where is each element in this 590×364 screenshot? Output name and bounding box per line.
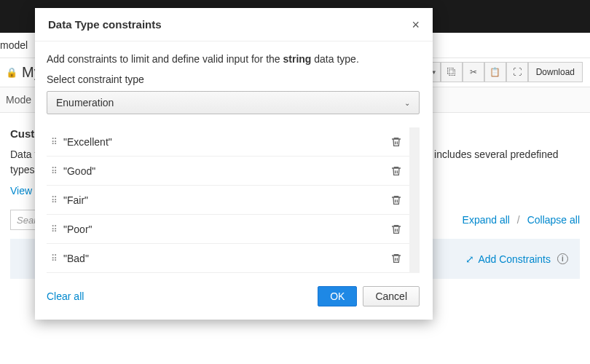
enum-item-label[interactable]: "Fair" [63,194,383,206]
clear-all-link[interactable]: Clear all [47,290,84,302]
modal-intro: Add constraints to limit and define vali… [47,53,420,65]
drag-handle-icon[interactable]: ⠿ [51,195,56,205]
drag-handle-icon[interactable]: ⠿ [51,253,56,264]
modal-buttons: OK Cancel [318,286,420,306]
lock-icon: 🔒 [6,67,17,78]
modal-footer: Clear all OK Cancel [35,279,433,320]
cancel-button[interactable]: Cancel [363,286,420,306]
trash-icon[interactable] [390,165,402,178]
constraint-type-select[interactable]: Enumeration ⌄ [47,91,420,114]
toolbar-paste-button[interactable]: 📋 [484,62,506,82]
modal-header: Data Type constraints × [35,8,433,41]
toolbar-copy-button[interactable]: ⿻ [441,62,463,82]
download-label: Download [536,67,575,77]
select-value: Enumeration [56,97,114,108]
enum-item: ⠿ "Fair" [47,186,409,215]
separator: / [517,214,520,226]
trash-icon[interactable] [390,194,402,207]
enum-list: ▴ ▾ ⠿ "Excellent" ⠿ "Good" ⠿ "Fair" [47,127,420,273]
ok-button[interactable]: OK [318,286,357,306]
expand-icon: ⤢ [465,253,474,265]
download-button[interactable]: Download [528,62,583,82]
intro-type: string [283,53,312,65]
toolbar-sitemap-button[interactable]: ⛶ [506,62,528,82]
trash-icon[interactable] [390,223,402,236]
enum-item: ⠿ "Excellent" [47,127,409,157]
clipboard-icon: 📋 [489,67,500,77]
scroll-up-icon[interactable]: ▴ [410,127,419,132]
scrollbar-thumb[interactable] [411,132,418,241]
chevron-down-icon: ⌄ [404,99,410,107]
toolbar-cut-button[interactable]: ✂ [463,62,484,82]
enum-item-label[interactable]: "Good" [63,165,383,177]
enum-item-label[interactable]: "Bad" [63,253,383,264]
enum-item-label[interactable]: "Poor" [63,223,383,235]
drag-handle-icon[interactable]: ⠿ [51,166,56,176]
drag-handle-icon[interactable]: ⠿ [51,224,56,234]
modal-title: Data Type constraints [48,18,162,31]
enum-item: ⠿ "Bad" [47,244,409,273]
trash-icon[interactable] [390,252,402,265]
enum-item: ⠿ "Poor" [47,215,409,244]
breadcrumb-item[interactable]: model [0,39,28,51]
subtab-model[interactable]: Mode [6,94,31,106]
enum-item-label[interactable]: "Excellent" [63,136,383,148]
close-icon[interactable]: × [412,18,420,31]
expand-collapse: Expand all / Collapse all [463,214,580,226]
collapse-all-link[interactable]: Collapse all [527,214,580,226]
copy-icon: ⿻ [447,67,456,77]
info-icon: i [557,253,568,264]
cancel-label: Cancel [375,290,407,302]
expand-all-link[interactable]: Expand all [463,214,510,226]
constraints-modal: Data Type constraints × Add constraints … [35,8,433,320]
drag-handle-icon[interactable]: ⠿ [51,137,56,147]
enum-item: ⠿ "Good" [47,157,409,186]
scroll-down-icon[interactable]: ▾ [410,268,419,273]
ok-label: OK [330,290,345,302]
trash-icon[interactable] [390,135,402,149]
sitemap-icon: ⛶ [513,67,522,77]
intro-pre: Add constraints to limit and define vali… [47,53,283,65]
select-label: Select constraint type [47,74,420,85]
scissors-icon: ✂ [470,67,477,77]
intro-post: data type. [311,53,358,65]
add-constraints-label: Add Constraints [478,253,551,265]
add-constraints-link[interactable]: ⤢ Add Constraints i [465,253,568,265]
modal-body: Add constraints to limit and define vali… [35,41,433,273]
search-placeholder: Sear [17,215,36,226]
